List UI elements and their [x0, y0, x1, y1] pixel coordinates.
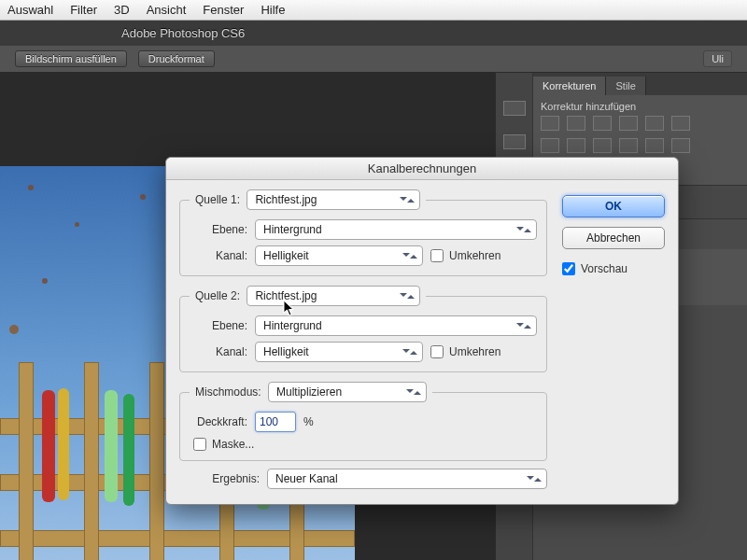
percent-label: %: [303, 415, 314, 428]
blend-opacity-input[interactable]: [255, 412, 296, 432]
cancel-button[interactable]: Abbrechen: [562, 227, 665, 249]
print-size-button[interactable]: Druckformat: [138, 50, 215, 67]
source1-layer-select[interactable]: Hintergrund: [255, 219, 537, 240]
brightness-icon[interactable]: [541, 116, 559, 131]
mask-option[interactable]: Maske...: [193, 438, 254, 451]
tab-corrections[interactable]: Korrekturen: [533, 77, 606, 95]
source2-layer-label: Ebene:: [190, 319, 247, 332]
source1-channel-select[interactable]: Helligkeit: [255, 245, 423, 266]
blend-group: Mischmodus: Multiplizieren Deckkraft: % …: [179, 382, 547, 461]
menu-auswahl[interactable]: Auswahl: [7, 3, 53, 17]
dialog-title: Kanalberechnungen: [166, 158, 678, 180]
menu-filter[interactable]: Filter: [70, 3, 97, 17]
os-menubar: Auswahl Filter 3D Ansicht Fenster Hilfe: [0, 0, 747, 21]
blend-opacity-label: Deckkraft:: [190, 415, 247, 428]
blend-legend: Mischmodus: Multiplizieren: [190, 382, 432, 402]
adjustments-icon[interactable]: [503, 134, 526, 149]
user-badge[interactable]: Uli: [703, 50, 732, 67]
result-select[interactable]: Neuer Kanal: [267, 469, 547, 489]
hue-icon[interactable]: [671, 116, 690, 131]
app-title: Adobe Photoshop CS6: [121, 26, 245, 40]
channel-mixer-icon[interactable]: [593, 138, 612, 153]
source2-channel-label: Kanal:: [190, 345, 247, 358]
source1-channel-label: Kanal:: [190, 249, 247, 262]
posterize-icon[interactable]: [671, 138, 690, 153]
source2-file-select[interactable]: Richtfest.jpg: [247, 286, 420, 306]
source1-layer-label: Ebene:: [190, 223, 247, 236]
preview-option[interactable]: Vorschau: [562, 259, 665, 275]
photo-filter-icon[interactable]: [567, 138, 585, 153]
source2-legend-text: Quelle 2:: [195, 289, 240, 302]
invert-icon[interactable]: [645, 138, 664, 153]
source1-file-select[interactable]: Richtfest.jpg: [247, 189, 420, 210]
mask-check[interactable]: [193, 438, 206, 451]
source2-invert-label: Umkehren: [449, 345, 500, 358]
menu-3d[interactable]: 3D: [114, 3, 130, 17]
blend-mode-select[interactable]: Multiplizieren: [268, 382, 427, 402]
vibrance-icon[interactable]: [645, 116, 664, 131]
blend-legend-text: Mischmodus:: [195, 385, 261, 399]
source2-legend: Quelle 2: Richtfest.jpg: [190, 286, 426, 306]
source1-invert[interactable]: Umkehren: [430, 249, 500, 262]
menu-fenster[interactable]: Fenster: [203, 3, 244, 17]
options-bar: Bildschirm ausfüllen Druckformat Uli: [0, 45, 747, 73]
calculations-dialog: Kanalberechnungen Quelle 1: Richtfest.jp…: [165, 157, 679, 505]
source2-invert[interactable]: Umkehren: [430, 345, 500, 358]
curves-icon[interactable]: [593, 116, 612, 131]
source1-legend: Quelle 1: Richtfest.jpg: [190, 189, 426, 210]
lut-icon[interactable]: [619, 138, 638, 153]
result-label: Ergebnis:: [179, 472, 260, 485]
source2-channel-select[interactable]: Helligkeit: [255, 342, 423, 362]
levels-icon[interactable]: [567, 116, 585, 131]
source2-group: Quelle 2: Richtfest.jpg Ebene: Hintergru…: [179, 286, 547, 372]
source1-invert-check[interactable]: [430, 249, 444, 262]
source2-invert-check[interactable]: [430, 345, 444, 358]
source1-invert-label: Umkehren: [449, 249, 500, 262]
histogram-icon[interactable]: [503, 101, 526, 116]
preview-check[interactable]: [562, 262, 575, 275]
tab-styles[interactable]: Stile: [606, 77, 645, 95]
bw-icon[interactable]: [541, 138, 559, 153]
source1-group: Quelle 1: Richtfest.jpg Ebene: Hintergru…: [179, 189, 547, 276]
add-adjustment-label: Korrektur hinzufügen: [541, 101, 740, 112]
mask-label: Maske...: [212, 438, 254, 451]
fit-screen-button[interactable]: Bildschirm ausfüllen: [15, 50, 127, 67]
app-titlebar: Adobe Photoshop CS6: [0, 21, 747, 45]
menu-ansicht[interactable]: Ansicht: [147, 3, 187, 17]
corrections-panel-tabs: Korrekturen Stile: [533, 73, 747, 95]
exposure-icon[interactable]: [619, 116, 638, 131]
preview-label: Vorschau: [581, 262, 627, 275]
source1-legend-text: Quelle 1:: [195, 193, 240, 206]
source2-layer-select[interactable]: Hintergrund: [255, 315, 537, 336]
menu-hilfe[interactable]: Hilfe: [261, 3, 285, 17]
ok-button[interactable]: OK: [562, 195, 665, 217]
